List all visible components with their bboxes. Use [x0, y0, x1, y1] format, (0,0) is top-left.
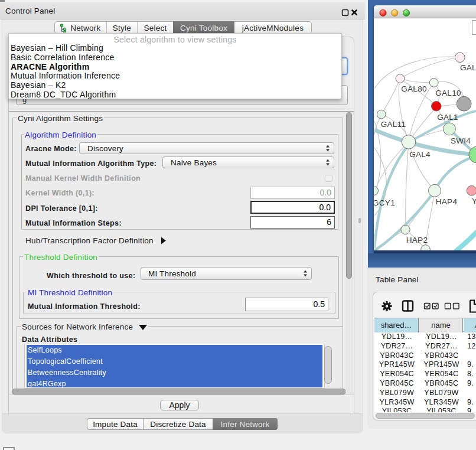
svg-text:HAP2: HAP2 [406, 236, 428, 244]
svg-text:GAL4: GAL4 [409, 150, 431, 159]
svg-text:GAL10: GAL10 [435, 89, 461, 97]
svg-text:GAL1: GAL1 [437, 113, 458, 122]
svg-text:GAL80: GAL80 [401, 84, 427, 93]
svg-text:GAL: GAL [460, 63, 476, 72]
svg-text:GAL11: GAL11 [381, 120, 406, 129]
svg-text:SWI4: SWI4 [451, 136, 471, 145]
svg-text:Y: Y [472, 197, 476, 206]
svg-text:HAP4: HAP4 [436, 197, 458, 206]
svg-text:GCY1: GCY1 [374, 198, 395, 207]
